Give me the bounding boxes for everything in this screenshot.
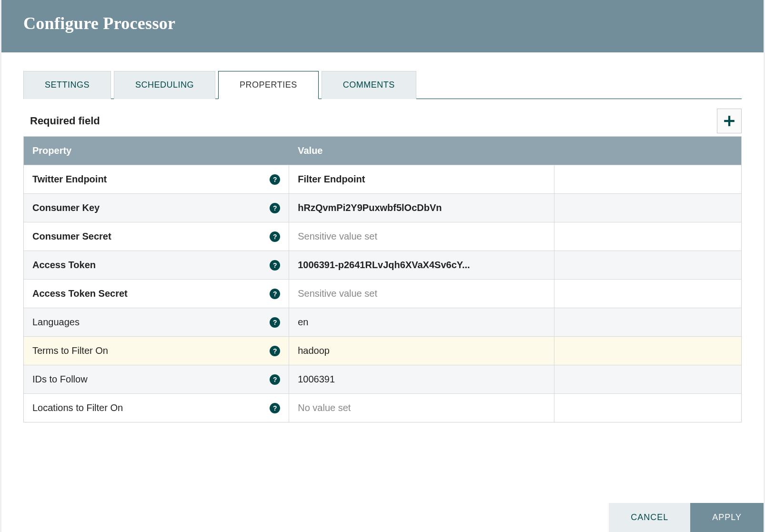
value-cell[interactable]: en <box>289 308 554 336</box>
property-value: Filter Endpoint <box>298 174 365 185</box>
cancel-button[interactable]: CANCEL <box>609 503 690 532</box>
table-row[interactable]: Access Token Secret?Sensitive value set <box>24 279 741 308</box>
property-cell: Access Token? <box>24 251 289 279</box>
table-body: Twitter Endpoint?Filter EndpointConsumer… <box>24 165 741 422</box>
property-cell: Languages? <box>24 308 289 336</box>
help-icon[interactable]: ? <box>270 231 280 242</box>
table-row[interactable]: Access Token?1006391-p2641RLvJqh6XVaX4Sv… <box>24 251 741 279</box>
extra-cell <box>554 308 741 336</box>
plus-icon <box>723 115 735 127</box>
help-icon[interactable]: ? <box>270 203 280 213</box>
table-row[interactable]: Consumer Secret?Sensitive value set <box>24 222 741 251</box>
dialog-body: SETTINGS SCHEDULING PROPERTIES COMMENTS … <box>1 52 764 503</box>
properties-table: Property Value Twitter Endpoint?Filter E… <box>23 136 742 422</box>
table-row[interactable]: Languages?en <box>24 308 741 336</box>
extra-cell <box>554 251 741 279</box>
help-icon[interactable]: ? <box>270 260 280 271</box>
tab-comments[interactable]: COMMENTS <box>322 71 416 99</box>
dialog-header: Configure Processor <box>1 0 764 52</box>
property-value: No value set <box>298 402 351 413</box>
value-cell[interactable]: Sensitive value set <box>289 280 554 308</box>
property-name: Terms to Filter On <box>32 345 108 356</box>
value-cell[interactable]: No value set <box>289 394 554 422</box>
property-name: Consumer Secret <box>32 231 111 242</box>
table-header: Property Value <box>24 137 741 165</box>
subheader-row: Required field <box>23 109 742 133</box>
property-value: 1006391 <box>298 374 335 385</box>
svg-rect-1 <box>724 120 735 122</box>
help-icon[interactable]: ? <box>270 289 280 299</box>
value-cell[interactable]: hRzQvmPi2Y9Puxwbf5lOcDbVn <box>289 194 554 222</box>
property-value: en <box>298 317 308 328</box>
value-cell[interactable]: hadoop <box>289 337 554 365</box>
column-header-property: Property <box>24 137 289 165</box>
extra-cell <box>554 194 741 222</box>
value-cell[interactable]: Filter Endpoint <box>289 165 554 193</box>
column-header-value: Value <box>289 137 554 165</box>
apply-button[interactable]: APPLY <box>690 503 764 532</box>
configure-processor-dialog: Configure Processor SETTINGS SCHEDULING … <box>1 0 764 532</box>
tab-properties[interactable]: PROPERTIES <box>218 71 319 99</box>
value-cell[interactable]: 1006391 <box>289 365 554 393</box>
extra-cell <box>554 165 741 193</box>
tab-settings[interactable]: SETTINGS <box>23 71 111 99</box>
table-row[interactable]: Locations to Filter On?No value set <box>24 393 741 422</box>
property-cell: Twitter Endpoint? <box>24 165 289 193</box>
table-row[interactable]: Terms to Filter On?hadoop <box>24 336 741 365</box>
property-value: Sensitive value set <box>298 231 377 242</box>
required-field-label: Required field <box>30 115 100 127</box>
tab-scheduling[interactable]: SCHEDULING <box>114 71 215 99</box>
extra-cell <box>554 337 741 365</box>
extra-cell <box>554 222 741 251</box>
property-name: Twitter Endpoint <box>32 174 107 185</box>
help-icon[interactable]: ? <box>270 317 280 328</box>
table-row[interactable]: Consumer Key?hRzQvmPi2Y9Puxwbf5lOcDbVn <box>24 193 741 222</box>
dialog-footer: CANCEL APPLY <box>1 503 764 532</box>
property-cell: Consumer Key? <box>24 194 289 222</box>
property-value: 1006391-p2641RLvJqh6XVaX4Sv6cY... <box>298 260 470 271</box>
property-value: hRzQvmPi2Y9Puxwbf5lOcDbVn <box>298 202 442 213</box>
property-name: Consumer Key <box>32 202 100 213</box>
add-property-button[interactable] <box>717 109 742 133</box>
help-icon[interactable]: ? <box>270 174 280 185</box>
dialog-title: Configure Processor <box>23 14 175 33</box>
property-value: hadoop <box>298 345 330 356</box>
property-name: Locations to Filter On <box>32 402 123 413</box>
property-value: Sensitive value set <box>298 288 377 299</box>
property-cell: Access Token Secret? <box>24 280 289 308</box>
help-icon[interactable]: ? <box>270 403 280 413</box>
column-header-extra <box>554 137 741 165</box>
tabs: SETTINGS SCHEDULING PROPERTIES COMMENTS <box>23 70 742 99</box>
value-cell[interactable]: Sensitive value set <box>289 222 554 251</box>
help-icon[interactable]: ? <box>270 346 280 356</box>
value-cell[interactable]: 1006391-p2641RLvJqh6XVaX4Sv6cY... <box>289 251 554 279</box>
property-cell: Consumer Secret? <box>24 222 289 251</box>
extra-cell <box>554 280 741 308</box>
table-row[interactable]: Twitter Endpoint?Filter Endpoint <box>24 165 741 193</box>
table-row[interactable]: IDs to Follow?1006391 <box>24 365 741 393</box>
help-icon[interactable]: ? <box>270 374 280 385</box>
property-cell: Locations to Filter On? <box>24 394 289 422</box>
property-cell: IDs to Follow? <box>24 365 289 393</box>
extra-cell <box>554 365 741 393</box>
property-name: Access Token <box>32 260 96 271</box>
property-name: IDs to Follow <box>32 374 88 385</box>
extra-cell <box>554 394 741 422</box>
property-name: Access Token Secret <box>32 288 128 299</box>
property-cell: Terms to Filter On? <box>24 337 289 365</box>
property-name: Languages <box>32 317 80 328</box>
